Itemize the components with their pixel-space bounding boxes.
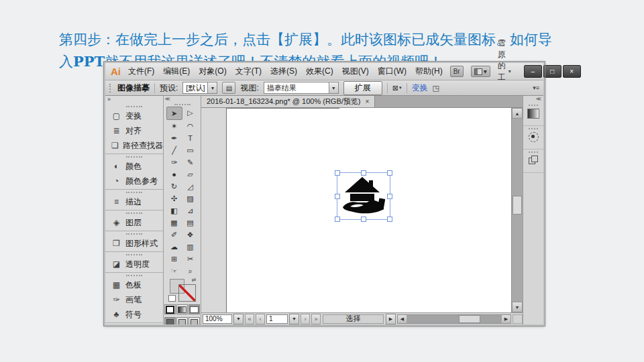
dock-collapse-icon[interactable]: ≪ xyxy=(164,96,201,102)
status-menu-icon[interactable]: ▶ xyxy=(386,314,396,324)
drag-handle[interactable] xyxy=(126,106,142,107)
scroll-down-icon[interactable]: ▼ xyxy=(512,302,523,312)
pen-tool[interactable]: ✒ xyxy=(166,132,182,144)
gradient-button[interactable] xyxy=(176,304,188,314)
bounds-icon[interactable]: ◳ xyxy=(433,84,439,93)
selection-handle[interactable] xyxy=(335,194,340,199)
panel-item-symbols[interactable]: ♣符号 xyxy=(105,307,163,322)
panel-item-brushes[interactable]: ✑画笔 xyxy=(105,292,163,307)
document-tab[interactable]: 2016-01-18_163234.png* @ 100% (RGB/预览) × xyxy=(201,96,375,107)
dock-collapse-icon[interactable]: ≪ xyxy=(523,96,543,103)
selection-handle[interactable] xyxy=(387,170,392,176)
selection-handle[interactable] xyxy=(361,170,366,176)
none-button[interactable] xyxy=(189,304,200,314)
selection-handle[interactable] xyxy=(361,217,366,222)
control-panel-menu-icon[interactable]: ▾≡ xyxy=(533,84,539,91)
drag-handle[interactable] xyxy=(126,156,142,158)
selection-tool[interactable]: ➤ xyxy=(166,107,182,120)
menu-select[interactable]: 选择(S) xyxy=(270,66,297,77)
lasso-tool[interactable]: ◠ xyxy=(182,120,199,132)
scroll-up-icon[interactable]: ▲ xyxy=(512,108,523,119)
type-tool[interactable]: T xyxy=(182,132,199,144)
horizontal-scrollbar[interactable]: ◀ ▶ xyxy=(397,314,511,324)
free-transform-tool[interactable]: ▨ xyxy=(182,192,199,204)
draw-behind-button[interactable] xyxy=(176,317,188,324)
panel-item-color[interactable]: ◐颜色 xyxy=(105,159,163,174)
close-tab-icon[interactable]: × xyxy=(365,98,369,105)
width-tool[interactable]: ✣ xyxy=(166,192,182,204)
menu-window[interactable]: 窗口(W) xyxy=(378,66,407,77)
panel-item-pathfinder[interactable]: ❏路径查找器 xyxy=(105,138,163,153)
drag-handle[interactable] xyxy=(126,254,142,255)
view-dropdown[interactable]: 描摹结果▼ xyxy=(264,82,339,94)
previous-artboard-button[interactable]: ‹ xyxy=(256,314,265,324)
direct-selection-tool[interactable]: ▷ xyxy=(182,107,199,119)
image-trace-panel-button[interactable]: ▤ xyxy=(222,82,235,94)
vertical-scroll-thumb[interactable] xyxy=(513,196,522,215)
blob-brush-tool[interactable]: ● xyxy=(166,168,182,180)
artboard-number-field[interactable]: 1 xyxy=(266,314,288,324)
transform-link[interactable]: 变换 xyxy=(412,82,428,94)
menu-view[interactable]: 视图(V) xyxy=(342,66,369,77)
shape-builder-tool[interactable]: ◧ xyxy=(166,204,182,217)
preset-dropdown[interactable]: [默认]▼ xyxy=(182,82,217,94)
rectangle-tool[interactable]: ▭ xyxy=(182,144,199,156)
gradient-tool[interactable]: ▤ xyxy=(182,217,199,229)
maximize-button[interactable]: □ xyxy=(543,65,561,78)
drag-handle[interactable] xyxy=(126,275,142,276)
rotate-tool[interactable]: ↻ xyxy=(166,180,182,192)
menu-object[interactable]: 对象(O) xyxy=(199,66,226,77)
draw-normal-button[interactable] xyxy=(164,317,176,324)
selection-handle[interactable] xyxy=(335,217,340,222)
blend-tool[interactable]: ❖ xyxy=(182,229,199,241)
control-bar-grip[interactable] xyxy=(109,84,113,93)
selection-handle[interactable] xyxy=(335,170,340,176)
hand-tool[interactable]: ☞ xyxy=(166,265,182,277)
paintbrush-tool[interactable]: ✑ xyxy=(166,156,182,168)
drag-handle[interactable] xyxy=(529,128,538,129)
panel-item-stroke[interactable]: ≡描边 xyxy=(105,194,163,209)
panel-item-graphic-styles[interactable]: ❐图形样式 xyxy=(105,236,163,251)
eyedropper-tool[interactable]: ✐ xyxy=(166,229,182,241)
panel-item-align[interactable]: ≣对齐 xyxy=(105,123,163,138)
scale-tool[interactable]: ◿ xyxy=(182,180,199,192)
draw-inside-button[interactable] xyxy=(189,317,200,324)
selection-handle[interactable] xyxy=(387,194,392,199)
dock-expand-icon[interactable]: » xyxy=(105,96,163,104)
artboard-tool[interactable]: ⊞ xyxy=(166,253,182,265)
bridge-button[interactable]: Br xyxy=(450,66,464,77)
zoom-level-field[interactable]: 100% xyxy=(203,314,232,324)
drag-handle[interactable] xyxy=(174,104,191,105)
panel-item-layers[interactable]: ◈图层 xyxy=(105,215,163,230)
selection-handle[interactable] xyxy=(387,217,392,222)
drag-handle[interactable] xyxy=(529,152,538,153)
first-artboard-button[interactable]: « xyxy=(245,314,254,324)
eraser-tool[interactable]: ▱ xyxy=(182,168,199,180)
swap-fill-stroke-icon[interactable]: ⇄ xyxy=(192,277,197,283)
mesh-tool[interactable]: ▦ xyxy=(166,217,182,229)
horizontal-scroll-thumb[interactable] xyxy=(459,315,480,323)
panel-button-symbols[interactable] xyxy=(523,126,543,149)
menu-help[interactable]: 帮助(H) xyxy=(415,66,443,77)
trace-options-button[interactable]: ⊠▾ xyxy=(392,84,402,93)
minimize-button[interactable]: – xyxy=(524,65,542,78)
last-artboard-button[interactable]: » xyxy=(311,314,321,324)
horizontal-scroll-track[interactable] xyxy=(407,315,502,323)
selection-bounding-box[interactable] xyxy=(337,172,390,220)
expand-button[interactable]: 扩展 xyxy=(343,81,382,95)
artboard-dropdown-icon[interactable]: ▼ xyxy=(289,314,299,324)
panel-item-color-guide[interactable]: ◔颜色参考 xyxy=(105,174,163,188)
panel-item-transparency[interactable]: ◪透明度 xyxy=(105,257,163,272)
menu-effect[interactable]: 效果(C) xyxy=(306,66,333,77)
vertical-scrollbar[interactable]: ▲ ▼ xyxy=(511,108,523,312)
drag-handle[interactable] xyxy=(529,105,538,106)
scroll-left-icon[interactable]: ◀ xyxy=(398,315,407,323)
fill-swatch-none[interactable] xyxy=(178,284,196,302)
hand-holding-house-artwork[interactable] xyxy=(342,177,385,215)
arrange-documents-button[interactable]: ▾ xyxy=(471,66,490,77)
perspective-grid-tool[interactable]: ⊿ xyxy=(182,204,199,217)
zoom-dropdown-icon[interactable]: ▼ xyxy=(233,314,244,324)
menu-type[interactable]: 文字(T) xyxy=(235,66,262,77)
panel-button-artboards[interactable] xyxy=(523,149,543,173)
line-tool[interactable]: ╱ xyxy=(166,144,182,156)
